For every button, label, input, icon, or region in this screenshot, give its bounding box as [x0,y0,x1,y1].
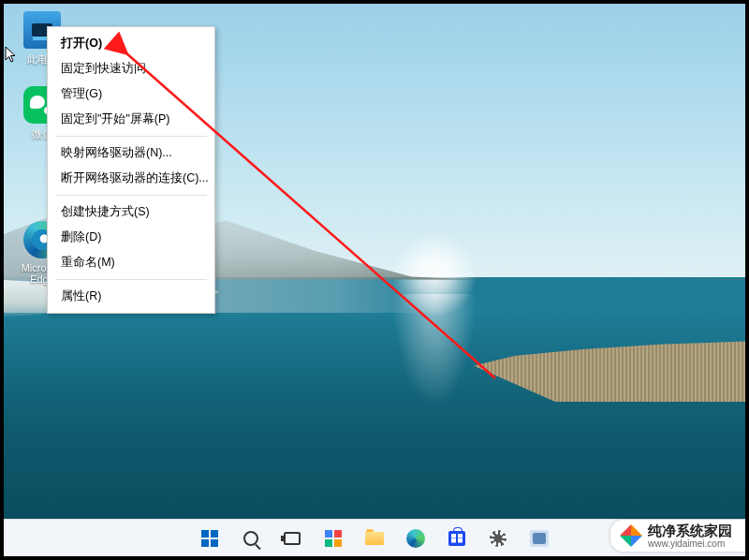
edge-button[interactable] [399,522,433,555]
microsoft-store-button[interactable] [440,522,474,555]
ctx-rename[interactable]: 重命名(M) [48,250,214,275]
ctx-shortcut[interactable]: 创建快捷方式(S) [48,199,214,225]
ctx-open[interactable]: 打开(O) [48,31,214,56]
start-button[interactable] [193,522,227,555]
ctx-pin-start[interactable]: 固定到"开始"屏幕(P) [48,107,214,132]
app-icon [530,530,549,547]
folder-icon [365,532,384,545]
search-icon [243,531,258,546]
ctx-pin-quick[interactable]: 固定到快速访问 [48,56,214,81]
file-explorer-button[interactable] [358,522,391,555]
task-view-icon [284,532,301,545]
task-view-button[interactable] [275,522,309,555]
watermark-logo-icon [620,524,642,547]
widgets-button[interactable] [316,522,350,555]
gear-icon [490,530,507,547]
edge-icon [406,529,425,548]
wallpaper-sun-reflection [392,294,477,406]
ctx-manage[interactable]: 管理(G) [48,81,214,107]
ctx-separator [55,279,207,280]
ctx-map-drive[interactable]: 映射网络驱动器(N)... [48,140,214,166]
windows-logo-icon [201,530,218,547]
ctx-properties[interactable]: 属性(R) [48,284,214,309]
store-icon [448,531,465,546]
context-menu: 打开(O) 固定到快速访问 管理(G) 固定到"开始"屏幕(P) 映射网络驱动器… [47,26,215,314]
watermark: 纯净系统家园 www.yidaimei.com [610,520,745,552]
wallpaper-grass [474,336,745,402]
ctx-disconnect[interactable]: 断开网络驱动器的连接(C)... [48,166,214,191]
ctx-delete[interactable]: 删除(D) [48,225,214,250]
ctx-separator [55,136,207,137]
search-button[interactable] [234,522,268,555]
widgets-icon [325,530,342,547]
taskbar-app-button[interactable] [522,522,556,555]
watermark-title: 纯净系统家园 [648,523,732,538]
ctx-separator [55,195,207,196]
watermark-url: www.yidaimei.com [648,538,732,549]
desktop-wallpaper: 此电脑 微信 Microsoft Edge 打开(O) 固定到快速访问 管理(G… [4,4,745,519]
settings-button[interactable] [481,522,515,555]
